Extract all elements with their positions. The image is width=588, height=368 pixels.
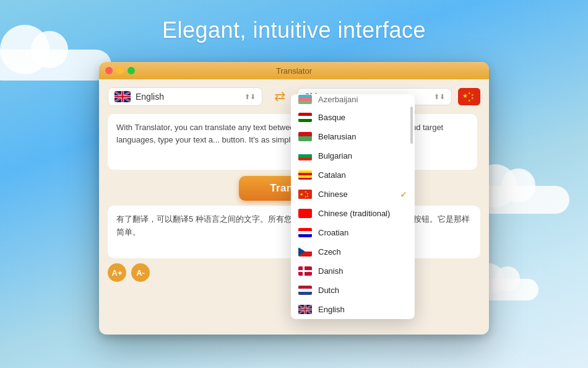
flag-bulgarian	[298, 151, 312, 160]
target-flag-button[interactable]: ★ ★ ★ ★ ★	[458, 88, 480, 105]
close-button[interactable]	[105, 67, 113, 74]
svg-rect-8	[122, 91, 124, 102]
dropdown-item-bulgarian[interactable]: Bulgarian	[291, 146, 415, 165]
lang-label-dutch: Dutch	[318, 286, 339, 295]
dropdown-item-czech[interactable]: Czech	[291, 242, 415, 261]
flag-croatian	[298, 228, 312, 237]
source-language-label: English	[136, 92, 240, 102]
flag-czech	[298, 247, 312, 256]
font-increase-button[interactable]: A+	[108, 263, 126, 282]
window-controls	[105, 67, 135, 74]
flag-azerbaijani	[298, 95, 312, 104]
flag-basque	[298, 113, 312, 122]
cloud-decoration-1	[0, 50, 111, 81]
flag-english	[298, 305, 312, 314]
minimize-button[interactable]	[116, 67, 124, 74]
lang-label-chinese-trad: Chinese (traditional)	[318, 209, 390, 218]
dropdown-item-belarusian[interactable]: Belarusian	[291, 127, 415, 146]
lang-label-croatian: Croatian	[318, 228, 348, 237]
lang-label-danish: Danish	[318, 266, 343, 276]
dropdown-item-dutch[interactable]: Dutch	[291, 281, 415, 300]
dropdown-item-chinese-traditional[interactable]: Chinese (traditional)	[291, 204, 415, 223]
lang-label-belarusian: Belarusian	[318, 132, 356, 141]
window-title: Translator	[276, 66, 312, 76]
flag-chinese-trad	[298, 209, 312, 218]
lang-label-english: English	[318, 305, 345, 314]
maximize-button[interactable]	[128, 67, 135, 74]
swap-icon: ⇄	[274, 89, 285, 105]
lang-label-czech: Czech	[318, 247, 341, 256]
flag-danish	[298, 266, 312, 276]
app-window: Translator English ⬆⬇	[99, 62, 489, 335]
lang-label-chinese: Chinese	[318, 190, 348, 199]
dropdown-item-croatian[interactable]: Croatian	[291, 223, 415, 242]
language-dropdown: Azerbaijani Basque Belarusian Bulgarian …	[291, 94, 415, 319]
dropdown-item-english[interactable]: English	[291, 300, 415, 319]
source-language-select[interactable]: English ⬆⬇	[108, 87, 262, 106]
svg-text:★: ★	[462, 92, 468, 99]
flag-dutch	[298, 286, 312, 295]
lang-label-bulgarian: Bulgarian	[318, 151, 352, 160]
swap-languages-button[interactable]: ⇄	[269, 85, 291, 108]
flag-belarusian	[298, 132, 312, 141]
flag-chinese: ★ ★ ★ ★ ★	[298, 190, 312, 199]
lang-label-basque: Basque	[318, 113, 345, 122]
svg-text:★: ★	[300, 192, 303, 196]
target-chevron-icon: ⬆⬇	[434, 93, 445, 101]
page-title: Elegant, intuitive interface	[0, 0, 588, 43]
svg-rect-29	[305, 305, 306, 314]
lang-label-azerbaijani: Azerbaijani	[318, 95, 358, 104]
lang-label-catalan: Catalan	[318, 170, 346, 180]
dropdown-item-chinese[interactable]: ★ ★ ★ ★ ★ Chinese ✓	[291, 185, 415, 204]
selected-check-icon: ✓	[400, 190, 407, 199]
dropdown-item-azerbaijani[interactable]: Azerbaijani	[291, 94, 415, 108]
source-flag-icon	[115, 91, 131, 102]
dropdown-item-danish[interactable]: Danish	[291, 261, 415, 281]
source-chevron-icon: ⬆⬇	[244, 93, 256, 101]
flag-catalan	[298, 170, 312, 180]
dropdown-item-basque[interactable]: Basque	[291, 108, 415, 127]
title-bar: Translator	[99, 62, 489, 79]
font-decrease-button[interactable]: A-	[131, 263, 150, 282]
dropdown-item-catalan[interactable]: Catalan	[291, 165, 415, 185]
svg-text:★: ★	[305, 196, 307, 198]
